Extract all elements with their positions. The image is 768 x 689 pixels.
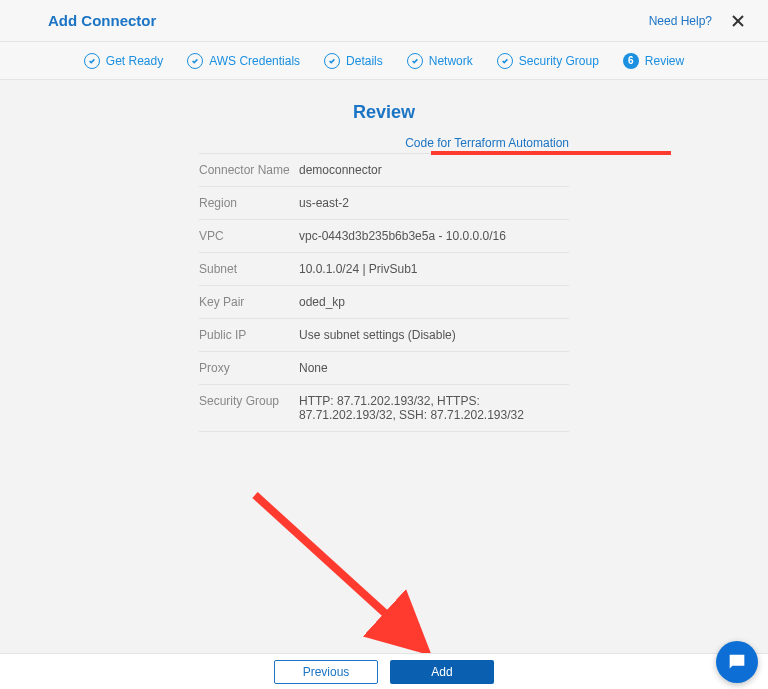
review-table: Connector Namedemoconnector Regionus-eas…: [199, 153, 569, 432]
row-value: None: [299, 361, 328, 375]
chat-icon: [726, 651, 748, 673]
step-security-group[interactable]: Security Group: [497, 53, 599, 69]
table-row: Regionus-east-2: [199, 187, 569, 220]
check-icon: [407, 53, 423, 69]
row-value: democonnector: [299, 163, 382, 177]
annotation-arrow: [245, 485, 445, 665]
stepper: Get Ready AWS Credentials Details Networ…: [0, 42, 768, 80]
svg-line-3: [255, 495, 420, 645]
step-details[interactable]: Details: [324, 53, 383, 69]
step-label: AWS Credentials: [209, 54, 300, 68]
row-value: 10.0.1.0/24 | PrivSub1: [299, 262, 418, 276]
header-bar: Add Connector Need Help?: [0, 0, 768, 42]
row-label: Proxy: [199, 361, 299, 375]
step-network[interactable]: Network: [407, 53, 473, 69]
step-get-ready[interactable]: Get Ready: [84, 53, 163, 69]
step-label: Network: [429, 54, 473, 68]
step-label: Get Ready: [106, 54, 163, 68]
page-title: Add Connector: [48, 12, 156, 29]
row-value: HTTP: 87.71.202.193/32, HTTPS: 87.71.202…: [299, 394, 569, 422]
footer-bar: Previous Add: [0, 653, 768, 689]
annotation-underline: [431, 151, 671, 155]
need-help-link[interactable]: Need Help?: [649, 14, 712, 28]
check-icon: [84, 53, 100, 69]
table-row: Public IPUse subnet settings (Disable): [199, 319, 569, 352]
table-row: Connector Namedemoconnector: [199, 153, 569, 187]
check-icon: [324, 53, 340, 69]
row-value: Use subnet settings (Disable): [299, 328, 456, 342]
review-title: Review: [0, 102, 768, 123]
row-label: VPC: [199, 229, 299, 243]
step-review[interactable]: 6 Review: [623, 53, 684, 69]
previous-button[interactable]: Previous: [274, 660, 378, 684]
close-button[interactable]: [726, 9, 750, 33]
add-button[interactable]: Add: [390, 660, 494, 684]
step-label: Security Group: [519, 54, 599, 68]
row-label: Region: [199, 196, 299, 210]
row-label: Subnet: [199, 262, 299, 276]
table-row: ProxyNone: [199, 352, 569, 385]
row-label: Connector Name: [199, 163, 299, 177]
check-icon: [187, 53, 203, 69]
review-panel: Review Code for Terraform Automation Con…: [0, 80, 768, 432]
check-icon: [497, 53, 513, 69]
row-label: Public IP: [199, 328, 299, 342]
table-row: VPCvpc-0443d3b235b6b3e5a - 10.0.0.0/16: [199, 220, 569, 253]
row-value: vpc-0443d3b235b6b3e5a - 10.0.0.0/16: [299, 229, 506, 243]
help-chat-button[interactable]: [716, 641, 758, 683]
close-icon: [731, 14, 745, 28]
table-row: Subnet10.0.1.0/24 | PrivSub1: [199, 253, 569, 286]
row-label: Key Pair: [199, 295, 299, 309]
step-number-icon: 6: [623, 53, 639, 69]
step-label: Review: [645, 54, 684, 68]
table-row: Security GroupHTTP: 87.71.202.193/32, HT…: [199, 385, 569, 432]
step-aws-credentials[interactable]: AWS Credentials: [187, 53, 300, 69]
row-value: us-east-2: [299, 196, 349, 210]
terraform-link[interactable]: Code for Terraform Automation: [405, 136, 569, 150]
row-value: oded_kp: [299, 295, 345, 309]
terraform-row: Code for Terraform Automation: [199, 129, 569, 153]
row-label: Security Group: [199, 394, 299, 422]
table-row: Key Pairoded_kp: [199, 286, 569, 319]
step-label: Details: [346, 54, 383, 68]
